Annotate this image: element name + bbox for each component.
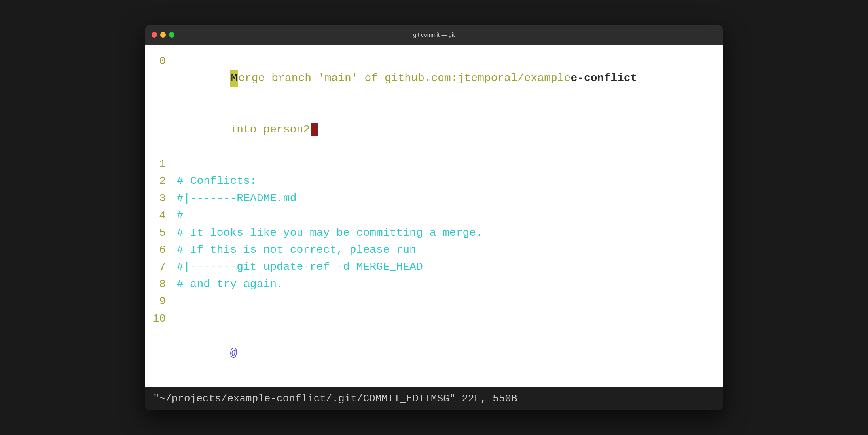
code-line-4: 4 # [145,207,723,224]
code-line-2: 2 # Conflicts: [145,172,723,189]
minimize-button[interactable] [160,32,166,38]
window-title: git commit — git [413,32,455,38]
line0-text: erge branch 'main' of github.com:jtempor… [238,72,570,84]
code-line-at: @ [145,327,723,380]
line-number-6: 6 [145,241,177,258]
line0-dark: e-conflict [570,72,637,84]
close-button[interactable] [152,32,157,38]
line-content-at: @ [177,327,715,380]
line-number-8: 8 [145,276,177,293]
line-content-0-cont: into person2 [177,104,715,155]
editor-area[interactable]: 0 Merge branch 'main' of github.com:jtem… [145,45,723,387]
line-number-9: 9 [145,293,177,310]
cursor-char: M [230,70,238,87]
line-number-5: 5 [145,224,177,241]
code-line-7: 7 #|-------git update-ref -d MERGE_HEAD [145,258,723,275]
line-number-4: 4 [145,207,177,224]
at-symbol: @ [230,346,237,360]
code-line-9: 9 [145,293,723,310]
line-content-2: # Conflicts: [177,172,715,189]
line-content-4: # [177,207,715,224]
line-content-8: # and try again. [177,276,715,293]
line-content-7: #|-------git update-ref -d MERGE_HEAD [177,258,715,275]
line-content-0: Merge branch 'main' of github.com:jtempo… [177,53,715,104]
titlebar: git commit — git [145,25,723,45]
statusbar-text: "~/projects/example-conflict/.git/COMMIT… [153,393,517,405]
into-person2: into person2 [230,123,310,136]
code-line-10: 10 [145,310,723,327]
code-line-8: 8 # and try again. [145,276,723,293]
code-line-0: 0 Merge branch 'main' of github.com:jtem… [145,53,723,104]
line-content-5: # It looks like you may be committing a … [177,224,715,241]
code-line-3: 3 #|-------README.md [145,190,723,207]
terminal-window: git commit — git 0 Merge branch 'main' o… [145,25,723,410]
traffic-lights [152,32,174,38]
code-line-5: 5 # It looks like you may be committing … [145,224,723,241]
line-content-3: #|-------README.md [177,190,715,207]
maximize-button[interactable] [169,32,174,38]
line-number-1: 1 [145,155,177,172]
code-line-1: 1 [145,155,723,172]
line-content-6: # If this is not correct, please run [177,241,715,258]
code-line-6: 6 # If this is not correct, please run [145,241,723,258]
line-number-0: 0 [145,53,177,70]
line-number-7: 7 [145,258,177,275]
cursor-block [311,123,318,136]
line-number-3: 3 [145,190,177,207]
line-number-10: 10 [145,310,177,327]
statusbar: "~/projects/example-conflict/.git/COMMIT… [145,387,723,410]
code-line-0-cont: into person2 [145,104,723,155]
line-number-2: 2 [145,172,177,189]
